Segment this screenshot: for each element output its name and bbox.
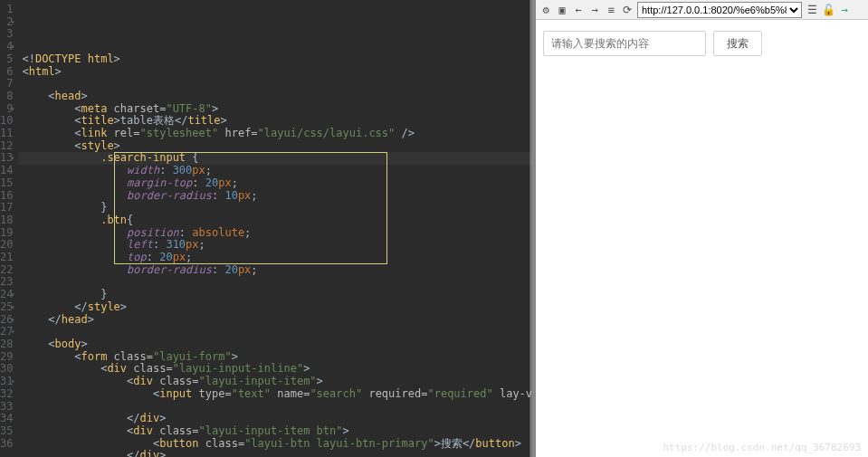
- code-line[interactable]: <input type="text" name="search" require…: [22, 388, 532, 401]
- code-line[interactable]: border-radius: 20px;: [22, 264, 532, 277]
- code-line[interactable]: <button class="layui-btn layui-btn-prima…: [22, 438, 532, 451]
- fold-icon[interactable]: ▾: [11, 314, 15, 327]
- code-editor[interactable]: 12▾34▾56789▾10111213▾1415161718192021222…: [0, 0, 530, 457]
- fold-icon[interactable]: ▾: [11, 41, 15, 53]
- code-line[interactable]: }: [22, 289, 532, 301]
- code-line[interactable]: <body>: [22, 338, 532, 351]
- gear-icon[interactable]: ⚙: [539, 4, 552, 16]
- fold-icon[interactable]: ▾: [11, 326, 15, 338]
- list-icon[interactable]: ☰: [806, 4, 818, 16]
- code-line[interactable]: width: 300px;: [22, 165, 532, 177]
- code-line[interactable]: <html>: [22, 66, 532, 79]
- code-line[interactable]: .search-input {: [22, 152, 532, 165]
- code-line[interactable]: <form class="layui-form">: [22, 351, 532, 364]
- back-icon[interactable]: ←: [572, 4, 585, 16]
- code-line[interactable]: <title>table表格</title>: [22, 115, 532, 128]
- code-line[interactable]: [22, 401, 532, 414]
- forward-icon[interactable]: →: [588, 4, 601, 16]
- search-button[interactable]: 搜索: [713, 31, 762, 56]
- code-line[interactable]: <!DOCTYPE html>: [22, 53, 532, 66]
- url-bar[interactable]: http://127.0.0.1:8020/%e6%b5%8b%: [637, 2, 802, 18]
- code-line[interactable]: left: 310px;: [22, 239, 532, 252]
- code-line[interactable]: </div>: [22, 450, 532, 457]
- code-line[interactable]: <div class="layui-input-inline">: [22, 363, 532, 376]
- code-line[interactable]: <head>: [22, 90, 532, 103]
- go-icon[interactable]: →: [838, 4, 851, 16]
- lock-icon[interactable]: 🔓: [822, 4, 835, 16]
- code-line[interactable]: }: [22, 202, 532, 214]
- rendered-page: 搜索 https://blog.csdn.net/qq_36782693: [536, 20, 868, 457]
- code-line[interactable]: <div class="layui-input-item btn">: [22, 425, 532, 438]
- fold-icon[interactable]: ▾: [11, 103, 15, 116]
- code-line[interactable]: <style>: [22, 140, 532, 153]
- fold-icon[interactable]: ▾: [11, 376, 15, 388]
- code-line[interactable]: .btn{: [22, 214, 532, 227]
- fold-icon[interactable]: ▾: [11, 289, 15, 301]
- code-line[interactable]: </head>: [22, 314, 532, 327]
- code-line[interactable]: top: 20px;: [22, 252, 532, 264]
- code-line[interactable]: </style>: [22, 301, 532, 314]
- refresh-icon[interactable]: ⟳: [621, 4, 634, 16]
- code-line[interactable]: margin-top: 20px;: [22, 177, 532, 190]
- search-input[interactable]: [543, 31, 706, 56]
- watermark-text: https://blog.csdn.net/qq_36782693: [663, 442, 861, 453]
- fold-icon[interactable]: ▾: [11, 301, 15, 314]
- inspect-icon[interactable]: ▣: [556, 4, 568, 16]
- code-area[interactable]: <!DOCTYPE html><html> <head> <meta chars…: [18, 0, 532, 457]
- fold-icon[interactable]: ▾: [11, 16, 15, 29]
- code-line[interactable]: <meta charset="UTF-8">: [22, 103, 532, 116]
- code-line[interactable]: </div>: [22, 413, 532, 425]
- menu-icon[interactable]: ≡: [605, 4, 617, 16]
- code-line[interactable]: position: absolute;: [22, 227, 532, 240]
- code-line[interactable]: [22, 276, 532, 289]
- fold-icon[interactable]: ▾: [11, 152, 15, 165]
- preview-pane: ⚙ ▣ ← → ≡ ⟳ http://127.0.0.1:8020/%e6%b5…: [532, 0, 868, 457]
- code-line[interactable]: <link rel="stylesheet" href="layui/css/l…: [22, 128, 532, 140]
- code-line[interactable]: border-radius: 10px;: [22, 190, 532, 203]
- code-line[interactable]: <div class="layui-input-item">: [22, 376, 532, 388]
- url-select[interactable]: http://127.0.0.1:8020/%e6%b5%8b%: [637, 2, 802, 18]
- code-line[interactable]: [22, 326, 532, 338]
- preview-toolbar: ⚙ ▣ ← → ≡ ⟳ http://127.0.0.1:8020/%e6%b5…: [536, 0, 868, 20]
- code-line[interactable]: [22, 78, 532, 90]
- line-gutter: 12▾34▾56789▾10111213▾1415161718192021222…: [0, 0, 18, 457]
